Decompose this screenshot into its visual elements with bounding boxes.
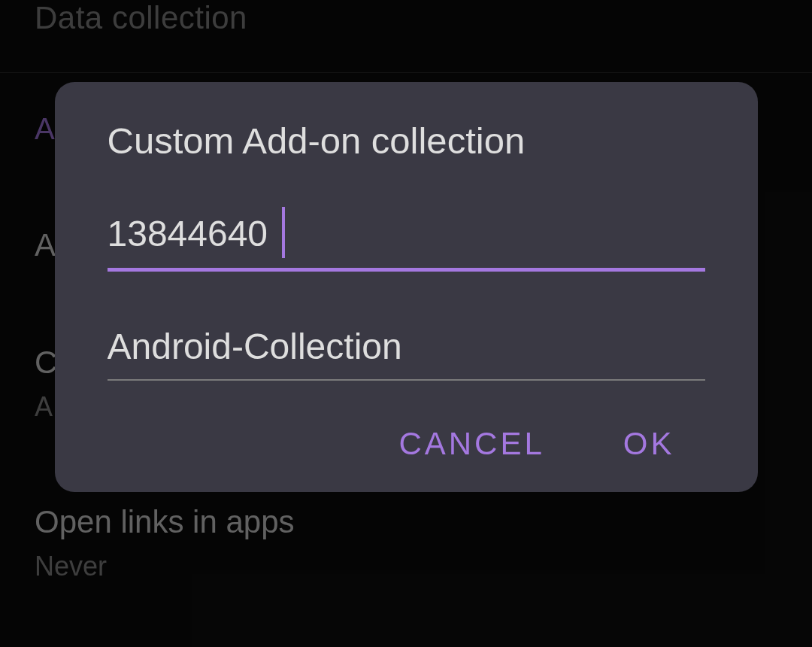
text-cursor	[282, 207, 285, 258]
collection-name-input[interactable]	[108, 317, 705, 381]
collection-owner-input[interactable]	[108, 204, 705, 272]
input-wrapper-owner	[108, 204, 705, 272]
input-wrapper-collection	[108, 317, 705, 381]
addon-collection-dialog: Custom Add-on collection CANCEL OK	[55, 82, 758, 492]
dialog-actions: CANCEL OK	[108, 426, 705, 462]
ok-button[interactable]: OK	[623, 426, 675, 462]
dialog-title: Custom Add-on collection	[108, 120, 705, 162]
cancel-button[interactable]: CANCEL	[398, 426, 544, 462]
dialog-overlay: Custom Add-on collection CANCEL OK	[0, 0, 812, 647]
